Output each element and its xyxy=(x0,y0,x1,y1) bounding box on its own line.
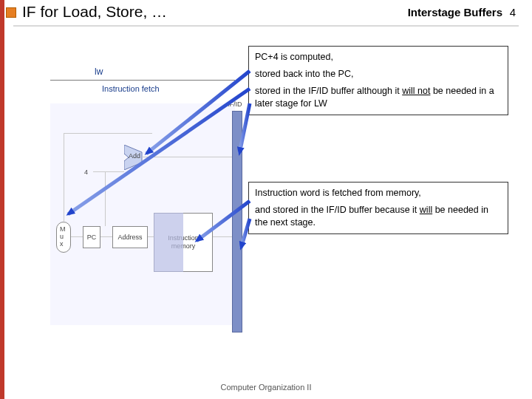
imem-shade xyxy=(154,213,183,272)
add-label: Add xyxy=(129,152,140,160)
callout-pc4-line3: stored in the IF/ID buffer although it w… xyxy=(255,85,502,110)
address-port: Address xyxy=(112,226,148,248)
callout-iword-line1: Instruction word is fetched from memory, xyxy=(255,187,502,200)
slide: IF for Load, Store, … Interstage Buffers… xyxy=(0,0,532,399)
diagram-area: lw Instruction fetch IF/ID Mux PC Addres… xyxy=(13,30,519,369)
callout-iword: Instruction word is fetched from memory,… xyxy=(248,182,508,234)
title-underline xyxy=(13,25,519,27)
callout-pc4-line2: stored back into the PC, xyxy=(255,68,502,81)
callout-pc4-line1: PC+4 is computed, xyxy=(255,51,502,64)
footer-text: Computer Organization II xyxy=(0,383,532,392)
stage-label: Instruction fetch xyxy=(102,84,160,93)
ifid-label: IF/ID xyxy=(228,100,242,108)
ifid-buffer xyxy=(232,111,242,332)
section-label: Interstage Buffers xyxy=(408,6,502,18)
accent-bar xyxy=(0,0,4,399)
mux-label: Mux xyxy=(60,225,66,248)
page-number: 4 xyxy=(510,6,516,18)
pc-block: PC xyxy=(83,226,100,248)
callout-pc4: PC+4 is computed, stored back into the P… xyxy=(248,46,508,115)
title-bullet-icon xyxy=(6,7,16,18)
mux-block: Mux xyxy=(56,222,71,253)
slide-title: IF for Load, Store, … xyxy=(22,3,167,21)
title-row: IF for Load, Store, … Interstage Buffers… xyxy=(0,3,532,24)
callout-iword-line2: and stored in the IF/ID buffer because i… xyxy=(255,204,502,229)
lw-label: lw xyxy=(95,66,103,77)
four-label: 4 xyxy=(84,168,88,176)
